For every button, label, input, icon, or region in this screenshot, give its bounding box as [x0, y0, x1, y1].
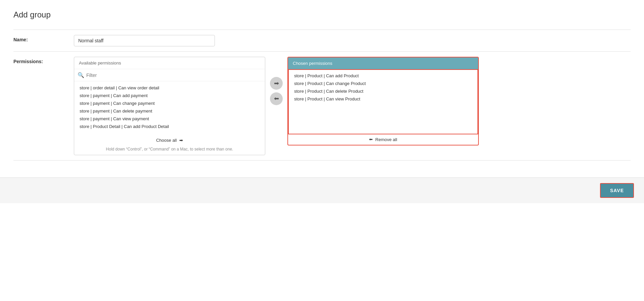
permissions-label: Permissions:	[13, 57, 74, 64]
available-permissions-list[interactable]: store | order detail | Can view order de…	[74, 81, 265, 135]
list-item[interactable]: store | payment | Can delete payment	[77, 107, 262, 115]
filter-row: 🔍	[74, 69, 265, 81]
search-icon: 🔍	[78, 72, 84, 78]
list-item[interactable]: store | payment | Can change payment	[77, 99, 262, 107]
name-input[interactable]	[74, 35, 215, 46]
arrow-left-icon: ➡	[369, 137, 373, 142]
list-item[interactable]: store | Product | Can change Product	[291, 80, 475, 87]
name-label: Name:	[13, 35, 74, 42]
list-item[interactable]: store | payment | Can view payment	[77, 115, 262, 123]
name-field	[74, 35, 631, 46]
choose-all-row: Choose all ➡	[74, 135, 265, 145]
page-title: Add group	[13, 10, 631, 19]
move-right-button[interactable]: ➡	[270, 77, 283, 90]
choose-all-link[interactable]: Choose all ➡	[156, 138, 183, 143]
available-panel: Available permissions 🔍 store | order de…	[74, 57, 265, 155]
permissions-field: Available permissions 🔍 store | order de…	[74, 57, 631, 155]
filter-input[interactable]	[86, 73, 262, 78]
available-panel-header: Available permissions	[74, 57, 265, 69]
chosen-panel-header: Chosen permissions	[288, 57, 478, 69]
chosen-permissions-list[interactable]: store | Product | Can add Product store …	[288, 69, 478, 134]
name-row: Name:	[13, 30, 631, 51]
move-right-icon: ➡	[274, 80, 279, 87]
move-left-icon: ➡	[274, 95, 279, 102]
chosen-panel: Chosen permissions store | Product | Can…	[287, 57, 479, 145]
permissions-row: Permissions: Available permissions 🔍 sto…	[13, 52, 631, 160]
remove-all-row: ➡ Remove all	[288, 134, 478, 145]
save-button[interactable]: SAVE	[600, 183, 634, 198]
permissions-container: Available permissions 🔍 store | order de…	[74, 57, 631, 155]
transfer-buttons: ➡ ➡	[265, 77, 287, 105]
remove-all-link[interactable]: ➡ Remove all	[369, 137, 397, 142]
list-item[interactable]: store | Product | Can view Product	[291, 95, 475, 103]
list-item[interactable]: store | order detail | Can view order de…	[77, 84, 262, 92]
help-text: Hold down “Control”, or “Command” on a M…	[74, 145, 265, 155]
move-left-button[interactable]: ➡	[270, 92, 283, 105]
list-item[interactable]: store | payment | Can add payment	[77, 92, 262, 99]
list-item[interactable]: store | Product Detail | Can add Product…	[77, 123, 262, 130]
chosen-select[interactable]: store | Product | Can add Product store …	[289, 70, 477, 134]
bottom-bar: SAVE	[0, 177, 644, 203]
arrow-right-icon: ➡	[179, 138, 183, 143]
list-item[interactable]: store | Product | Can add Product	[291, 72, 475, 80]
available-select[interactable]: store | order detail | Can view order de…	[74, 83, 265, 134]
list-item[interactable]: store | Product | Can delete Product	[291, 87, 475, 95]
